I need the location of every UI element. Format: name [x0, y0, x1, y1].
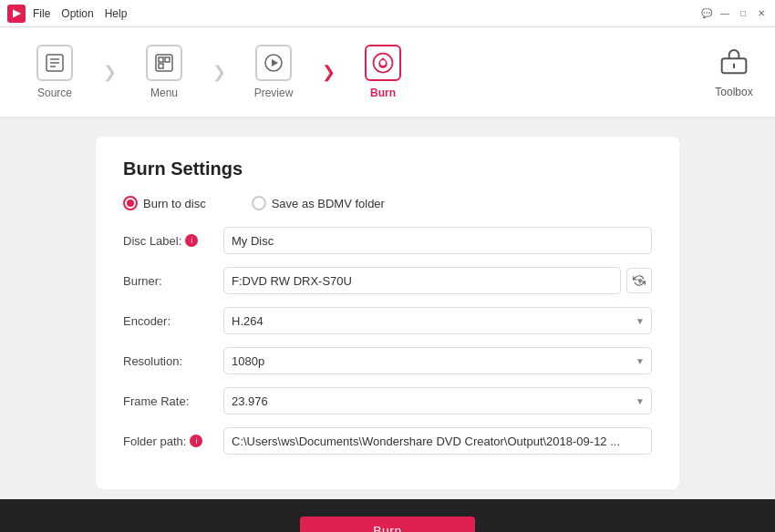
toolbox-label: Toolbox — [715, 86, 752, 98]
encoder-select[interactable]: H.264 H.265 — [223, 307, 652, 334]
source-label: Source — [37, 87, 72, 99]
nav-item-toolbox[interactable]: Toolbox — [702, 46, 766, 98]
frame-rate-select[interactable]: 23.976 29.97 25 24 — [223, 387, 652, 414]
encoder-row: Encoder: H.264 H.265 ▼ — [123, 307, 652, 334]
menu-bar: File Option Help — [33, 7, 127, 20]
toolbox-icon — [719, 46, 749, 82]
nav-item-preview[interactable]: Preview — [228, 36, 319, 108]
svg-rect-6 — [165, 57, 170, 62]
svg-rect-5 — [159, 57, 163, 62]
burner-label: Burner: — [123, 274, 223, 288]
preview-icon — [255, 45, 292, 81]
refresh-burner-button[interactable] — [626, 268, 652, 293]
nav-item-source[interactable]: Source — [9, 36, 100, 108]
disc-label-info-icon[interactable]: i — [185, 234, 198, 247]
burn-bar: Burn — [0, 499, 775, 532]
svg-marker-9 — [272, 59, 278, 66]
folder-path-info-icon[interactable]: i — [190, 435, 202, 447]
minimize-button[interactable]: — — [718, 7, 731, 20]
folder-path-row: Folder path: i — [123, 427, 652, 455]
radio-save-bdmv[interactable]: Save as BDMV folder — [252, 196, 385, 210]
radio-burn-disc-label: Burn to disc — [143, 197, 206, 210]
preview-label: Preview — [254, 87, 294, 99]
menu-help[interactable]: Help — [105, 7, 128, 20]
nav-items: Source ❯ Menu ❯ Preview — [9, 36, 702, 108]
radio-burn-disc-circle — [123, 196, 138, 210]
burn-settings-title: Burn Settings — [123, 159, 652, 179]
folder-path-input[interactable] — [223, 427, 652, 455]
menu-option[interactable]: Option — [61, 7, 93, 20]
frame-rate-label: Frame Rate: — [123, 394, 223, 408]
svg-rect-7 — [159, 64, 163, 68]
menu-icon — [146, 45, 182, 81]
nav-arrow-1: ❯ — [100, 36, 119, 108]
disc-label-input[interactable] — [223, 227, 652, 254]
title-bar: ▶ File Option Help 💬 — □ ✕ — [0, 0, 775, 27]
resolution-select[interactable]: 1080p 720p 480p — [223, 347, 652, 374]
encoder-label: Encoder: — [123, 314, 223, 328]
radio-burn-disc[interactable]: Burn to disc — [123, 196, 206, 210]
radio-save-bdmv-label: Save as BDMV folder — [272, 197, 385, 210]
burn-icon — [365, 45, 401, 81]
source-icon — [36, 45, 73, 81]
main-content: Burn Settings Burn to disc Save as BDMV … — [0, 118, 775, 499]
folder-path-label: Folder path: i — [123, 435, 223, 448]
close-button[interactable]: ✕ — [755, 7, 768, 20]
resolution-label: Resolution: — [123, 354, 223, 368]
burner-select-wrapper: F:DVD RW DRX-S70U ▼ — [223, 267, 652, 294]
nav-arrow-3: ❯ — [319, 36, 337, 108]
menu-file[interactable]: File — [33, 7, 50, 20]
message-icon[interactable]: 💬 — [700, 7, 713, 20]
disc-label-label: Disc Label: i — [123, 234, 223, 248]
window-controls: 💬 — □ ✕ — [700, 7, 768, 20]
disc-label-row: Disc Label: i — [123, 227, 652, 254]
nav-item-menu[interactable]: Menu — [119, 36, 210, 108]
burn-settings-card: Burn Settings Burn to disc Save as BDMV … — [96, 137, 679, 489]
svg-point-11 — [380, 60, 386, 66]
radio-group: Burn to disc Save as BDMV folder — [123, 196, 652, 210]
menu-nav-label: Menu — [150, 87, 178, 99]
burner-select[interactable]: F:DVD RW DRX-S70U — [223, 267, 621, 294]
encoder-select-wrapper: H.264 H.265 ▼ — [223, 307, 652, 334]
frame-rate-row: Frame Rate: 23.976 29.97 25 24 ▼ — [123, 387, 652, 414]
nav-item-burn[interactable]: Burn — [337, 36, 429, 108]
burner-row: Burner: F:DVD RW DRX-S70U ▼ — [123, 267, 652, 294]
maximize-button[interactable]: □ — [737, 7, 749, 20]
resolution-row: Resolution: 1080p 720p 480p ▼ — [123, 347, 652, 374]
nav-toolbar: Source ❯ Menu ❯ Preview — [0, 27, 775, 118]
radio-save-bdmv-circle — [252, 196, 266, 210]
nav-arrow-2: ❯ — [210, 36, 228, 108]
burn-label: Burn — [370, 87, 396, 99]
resolution-select-wrapper: 1080p 720p 480p ▼ — [223, 347, 652, 374]
frame-rate-select-wrapper: 23.976 29.97 25 24 ▼ — [223, 387, 652, 414]
app-logo: ▶ — [7, 5, 26, 23]
burn-button[interactable]: Burn — [300, 517, 475, 532]
